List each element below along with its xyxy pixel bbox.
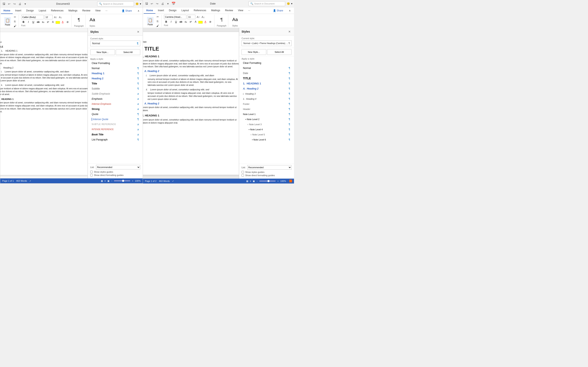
- tab-layout-left[interactable]: Layout: [36, 8, 49, 14]
- highlight-btn[interactable]: [56, 21, 60, 24]
- style-item-intense-ref[interactable]: INTENSE REFERENCE a: [90, 127, 140, 132]
- right-spell-icon[interactable]: ✓: [172, 180, 174, 183]
- right-copy-button[interactable]: ⎘: [156, 19, 160, 23]
- tab-more-left[interactable]: ···: [103, 8, 110, 14]
- right-undo-icon[interactable]: ↩: [150, 2, 154, 6]
- left-search-box[interactable]: 🔍 Search in Document: [97, 1, 134, 6]
- right-style-normal[interactable]: Normal ¶: [242, 66, 292, 70]
- tab-home-right[interactable]: Home: [144, 7, 155, 14]
- right-font-color[interactable]: A: [203, 20, 208, 24]
- style-item-subtitle[interactable]: Subtitle ¶: [90, 86, 140, 91]
- left-doc-scroll[interactable]: Date TITLE 1. HEADING 1 Lorem ipsum dolo…: [0, 28, 87, 178]
- right-show-direct-checkbox[interactable]: [242, 174, 244, 176]
- right-style-h2[interactable]: A. Heading 2 ¶: [242, 86, 292, 91]
- collapse-ribbon-left[interactable]: ∧: [135, 8, 142, 14]
- style-item-book-title[interactable]: Book Title a: [90, 132, 140, 137]
- left-styles-list[interactable]: Clear Formatting Normal ¶ Heading 1 ¶ He…: [88, 61, 143, 164]
- style-item-emphasis[interactable]: Emphasis a: [90, 96, 140, 101]
- right-italic-button[interactable]: I: [169, 20, 173, 24]
- increase-font[interactable]: A↑: [53, 15, 58, 19]
- emoji-icon[interactable]: 🙂: [136, 2, 139, 5]
- minimize-icon[interactable]: ▾: [140, 2, 141, 5]
- right-save-icon[interactable]: 🖫: [145, 2, 149, 6]
- left-select-all-btn[interactable]: Select All: [116, 49, 140, 55]
- right-style-note6[interactable]: • Note Level 6 ¶: [242, 137, 292, 142]
- quick-access-more[interactable]: ▾: [23, 2, 27, 6]
- right-strikethrough[interactable]: ab: [179, 20, 183, 24]
- left-list-select[interactable]: Recommended: [96, 165, 140, 169]
- bold-button-left[interactable]: B: [21, 20, 26, 24]
- paste-button-right[interactable]: 📋 Paste: [146, 17, 155, 26]
- left-zoom-in[interactable]: +: [132, 180, 133, 182]
- superscript-btn[interactable]: x²: [46, 20, 50, 24]
- left-view-icon-outline[interactable]: ≡: [104, 180, 106, 182]
- right-view-icon-print[interactable]: ▦: [246, 180, 248, 183]
- paste-button-left[interactable]: 📋 Paste: [3, 17, 12, 26]
- right-style-h4[interactable]: 1. Heading 4 ¶: [242, 96, 292, 101]
- right-style-note5[interactable]: ○ Note Level 5 ¶: [242, 132, 292, 137]
- right-style-h1[interactable]: 1. HEADING 1 ¶: [242, 81, 292, 86]
- style-item-subtle-em[interactable]: Subtle Emphasis a: [90, 91, 140, 96]
- tab-insert-left[interactable]: Insert: [13, 8, 24, 14]
- left-view-icon-print[interactable]: ▦: [101, 180, 103, 182]
- share-btn-right[interactable]: 👤 Share: [270, 8, 286, 14]
- style-item-heading1[interactable]: Heading 1 ¶: [90, 71, 140, 76]
- right-increase-font[interactable]: A↑: [196, 15, 200, 19]
- text-effects-btn[interactable]: A: [51, 20, 55, 24]
- right-superscript[interactable]: x²: [189, 20, 193, 24]
- cut-button[interactable]: ✂: [13, 15, 17, 19]
- right-collapse-icon[interactable]: ▾: [291, 2, 292, 5]
- font-size-right[interactable]: 11: [187, 15, 195, 19]
- right-style-clear[interactable]: Clear Formatting: [242, 61, 292, 65]
- right-style-note1[interactable]: Note Level 1 ¶: [242, 112, 292, 117]
- style-item-list-para[interactable]: List Paragraph ¶: [90, 137, 140, 142]
- left-zoom-out[interactable]: −: [111, 180, 112, 182]
- quick-access-print[interactable]: 🖨: [18, 2, 22, 6]
- quick-access-redo[interactable]: ↪: [12, 2, 17, 6]
- right-bold-button[interactable]: B: [164, 20, 168, 24]
- font-selector-right[interactable]: Cambria (Head...: [164, 15, 186, 19]
- left-styles-close[interactable]: ✕: [136, 30, 140, 34]
- right-style-title[interactable]: TITLE ¶: [242, 76, 292, 81]
- right-emoji-icon[interactable]: 🙂: [287, 2, 290, 5]
- tab-design-left[interactable]: Design: [24, 8, 36, 14]
- left-current-style-box[interactable]: Normal ¶: [90, 41, 140, 46]
- right-current-style-box[interactable]: Normal + (Latin) +Theme Headings (Cambri…: [242, 40, 292, 46]
- tab-view-left[interactable]: View: [93, 8, 103, 14]
- right-select-all-btn[interactable]: Select All: [267, 49, 292, 55]
- style-item-subtle-ref[interactable]: SUBTLE REFERENCE a: [90, 122, 140, 127]
- paragraph-icon-right[interactable]: ¶: [219, 17, 224, 22]
- right-subscript[interactable]: x₂: [183, 20, 188, 24]
- style-item-intense-quote[interactable]: Intense Quote ¶: [90, 117, 140, 122]
- quick-access-undo[interactable]: ↩: [7, 2, 11, 6]
- left-view-icon-read[interactable]: ▣: [107, 180, 109, 182]
- right-style-note4[interactable]: • Note Level 4 ¶: [242, 127, 292, 132]
- right-view-icon-read[interactable]: ▣: [253, 180, 255, 183]
- left-show-direct-checkbox[interactable]: [90, 174, 93, 176]
- right-style-date[interactable]: Date ¶: [242, 71, 292, 75]
- right-view-icon-outline[interactable]: ≡: [250, 180, 251, 182]
- quick-access-save[interactable]: 🖫: [2, 2, 6, 6]
- tab-more-right[interactable]: ···: [246, 7, 252, 14]
- right-search-box[interactable]: 🔍 Search in Document: [249, 1, 285, 6]
- font-selector-left[interactable]: Calibri (Body): [21, 15, 44, 19]
- right-cut-button[interactable]: ✂: [156, 15, 160, 19]
- left-spell-icon[interactable]: ✓: [29, 180, 31, 182]
- right-print-icon[interactable]: 🖨: [160, 2, 164, 6]
- styles-button-left[interactable]: Aa: [88, 16, 97, 23]
- right-zoom-out[interactable]: −: [256, 180, 258, 182]
- clear-format-btn[interactable]: ⊘: [65, 20, 70, 24]
- underline-button-left[interactable]: U: [31, 20, 35, 24]
- left-new-style-btn[interactable]: New Style...: [90, 49, 115, 55]
- paragraph-icon-left[interactable]: ¶: [77, 18, 81, 22]
- right-doc-scroll[interactable]: Date TITLE 1. HEADING 1 Lorem ipsum dolo…: [143, 28, 239, 179]
- share-btn-left[interactable]: 👤 Share: [119, 8, 134, 14]
- right-list-select[interactable]: Recommended: [247, 165, 292, 170]
- font-size-left[interactable]: 12: [44, 15, 53, 19]
- right-underline-button[interactable]: U: [174, 20, 178, 24]
- left-zoom-slider[interactable]: [114, 180, 130, 181]
- format-painter[interactable]: 🖌: [13, 24, 17, 28]
- subscript-btn[interactable]: x₂: [41, 20, 45, 24]
- right-style-footer[interactable]: Footer ¶: [242, 101, 292, 106]
- tab-insert-right[interactable]: Insert: [155, 7, 166, 14]
